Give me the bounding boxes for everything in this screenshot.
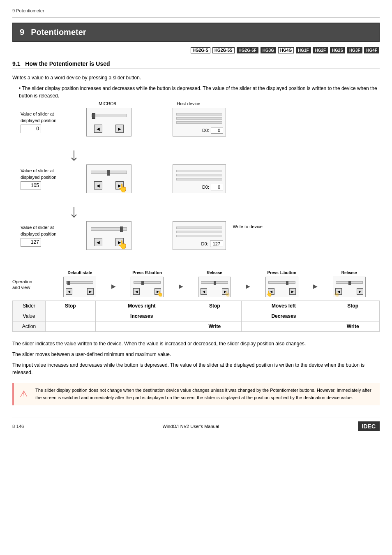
slider-press-l: Moves left bbox=[241, 301, 326, 311]
row-label-value: Value bbox=[13, 311, 46, 321]
slider-track-1 bbox=[91, 171, 127, 174]
host-device-2: Write to device D0: 127 bbox=[173, 221, 226, 250]
op-label-release-2: Release bbox=[341, 271, 357, 275]
btn-left-0[interactable]: ◀ bbox=[94, 125, 102, 133]
body-intro: Writes a value to a word device by press… bbox=[12, 74, 380, 81]
value-press-l: Decreases bbox=[241, 311, 326, 321]
slider-value-0: 0 bbox=[21, 125, 41, 133]
diagram-row-1: Value of slider atdisplayed position 105… bbox=[21, 164, 226, 193]
d0-value-2: 127 bbox=[210, 240, 223, 247]
op-label-default: Default state bbox=[67, 271, 92, 275]
d0-display-0: D0: 0 bbox=[202, 127, 223, 134]
note-icon: ⚠ bbox=[20, 387, 31, 401]
conclusion-text-3: The input value increases and decreases … bbox=[12, 361, 380, 376]
finger-release-1: 👆 bbox=[224, 291, 231, 297]
conclusion-text-2: The slider moves between a user-defined … bbox=[12, 351, 380, 358]
op-label-press-l: Press L-button bbox=[267, 271, 297, 275]
conclusion-text-1: The slider indicates the value written t… bbox=[12, 340, 380, 347]
op-arrow-1: ▶ bbox=[111, 271, 117, 297]
slider-value-2: 127 bbox=[21, 238, 41, 247]
op-arrow-4: ▶ bbox=[312, 271, 318, 297]
slider-label-0: Value of slider atdisplayed position 0 bbox=[21, 111, 86, 133]
op-label-press-r: Press R-button bbox=[132, 271, 162, 275]
table-row-value: Value Increases Decreases bbox=[13, 311, 380, 321]
product-tags: HG2G-S HG2G-5S HG2G-5F HG3G HG4G HG1F HG… bbox=[12, 47, 380, 54]
slider-thumb-0 bbox=[92, 113, 95, 119]
op-states: Default state ◀ ▶ ▶ Press R-button ◀ bbox=[49, 271, 380, 297]
d0-value-1: 0 bbox=[211, 184, 223, 190]
tag-hg4f: HG4F bbox=[364, 47, 379, 53]
tag-hg1f: HG1F bbox=[296, 47, 311, 53]
slider-thumb-2 bbox=[120, 227, 123, 232]
page-footer: 8-146 WindO/I-NV2 User's Manual IDEC bbox=[12, 418, 380, 431]
host-device-0: D0: 0 bbox=[173, 108, 226, 136]
section-header: 9.1 How the Potentiometer is Used bbox=[12, 60, 380, 69]
d0-display-2: D0: 127 bbox=[201, 240, 223, 247]
finger-icon-1: 👆 bbox=[118, 183, 128, 193]
section-title: How the Potentiometer is Used bbox=[25, 60, 110, 67]
row-label-slider: Slider bbox=[13, 301, 46, 311]
slider-thumb-1 bbox=[107, 170, 110, 176]
finger-press-l: 👆 bbox=[266, 291, 272, 297]
action-press-r bbox=[95, 321, 188, 332]
btn-right-0[interactable]: ▶ bbox=[115, 125, 124, 133]
d0-display-1: D0: 0 bbox=[202, 184, 223, 190]
slider-label-1: Value of slider atdisplayed position 105 bbox=[21, 168, 86, 190]
mini-slider-press-r: ◀ ▶ 👆 bbox=[131, 277, 164, 297]
finger-press-r: 👆 bbox=[157, 291, 163, 297]
note-text: The slider display position does not cha… bbox=[35, 387, 374, 401]
diagram-row-0: Value of slider atdisplayed position 0 M… bbox=[21, 108, 226, 136]
mini-slider-release-1: ◀ ▶ 👆 bbox=[198, 277, 231, 297]
idec-logo: IDEC bbox=[358, 421, 380, 431]
slider-default: Stop bbox=[46, 301, 96, 311]
diagram-row-2: Value of slider atdisplayed position 127… bbox=[21, 221, 226, 250]
operation-table: Slider Stop Moves right Stop Moves left … bbox=[12, 301, 380, 332]
slider-release-1: Stop bbox=[188, 301, 241, 311]
d0-value-0: 0 bbox=[211, 127, 223, 134]
tag-hg2s: HG2S bbox=[330, 47, 345, 53]
op-state-release-1: Release ◀ ▶ 👆 bbox=[184, 271, 245, 297]
action-default bbox=[46, 321, 96, 332]
btn-left-1[interactable]: ◀ bbox=[94, 181, 102, 190]
slider-value-1: 105 bbox=[21, 181, 41, 190]
op-state-press-r: Press R-button ◀ ▶ 👆 bbox=[117, 271, 178, 297]
section-number: 9.1 bbox=[12, 60, 20, 67]
btn-left-2[interactable]: ◀ bbox=[94, 238, 102, 246]
slider-release-2: Stop bbox=[326, 301, 380, 311]
tag-hg3g: HG3G bbox=[261, 47, 276, 53]
slider-press-r: Moves right bbox=[95, 301, 188, 311]
op-state-release-2: Release ◀ ▶ 👆 bbox=[318, 271, 380, 297]
table-row-slider: Slider Stop Moves right Stop Moves left … bbox=[13, 301, 380, 311]
host-device-1: D0: 0 bbox=[173, 164, 226, 193]
mini-slider-default: ◀ ▶ bbox=[63, 277, 96, 297]
mini-slider-press-l: ◀ ▶ 👆 bbox=[265, 277, 298, 297]
chapter-header: 9 Potentiometer bbox=[12, 23, 380, 42]
value-default bbox=[46, 311, 96, 321]
action-press-l bbox=[241, 321, 326, 332]
host-label: Host device bbox=[177, 101, 200, 106]
op-row-label: Operationand view bbox=[12, 271, 49, 291]
tag-hg3f: HG3F bbox=[347, 47, 362, 53]
row-label-action: Action bbox=[13, 321, 46, 332]
value-release-1 bbox=[188, 311, 241, 321]
action-release-2: Write bbox=[326, 321, 380, 332]
op-state-press-l: Press L-button ◀ ▶ 👆 bbox=[251, 271, 312, 297]
value-release-2 bbox=[326, 311, 380, 321]
operation-section: Operationand view Default state ◀ ▶ ▶ Pr… bbox=[12, 271, 380, 332]
op-arrow-2: ▶ bbox=[178, 271, 184, 297]
slider-track-0 bbox=[91, 114, 127, 117]
main-diagram: Value of slider atdisplayed position 0 M… bbox=[12, 108, 380, 262]
slider-track-2 bbox=[91, 227, 127, 231]
op-arrow-3: ▶ bbox=[245, 271, 251, 297]
op-state-default: Default state ◀ ▶ bbox=[49, 271, 111, 297]
footer-page: 8-146 bbox=[12, 424, 24, 429]
arrow-down-2 bbox=[70, 207, 78, 220]
finger-release-2: 👆 bbox=[333, 291, 340, 297]
tag-hg2g-5f: HG2G-5F bbox=[237, 47, 258, 53]
op-label-release-1: Release bbox=[207, 271, 222, 275]
micro-device-2: ◀ ▶ 👆 bbox=[86, 221, 131, 250]
write-label: Write to device bbox=[233, 224, 263, 229]
op-diagram-row: Operationand view Default state ◀ ▶ ▶ Pr… bbox=[12, 271, 380, 297]
micro-device-0: ◀ ▶ bbox=[86, 108, 131, 136]
tag-hg2g-s: HG2G-S bbox=[191, 47, 210, 53]
